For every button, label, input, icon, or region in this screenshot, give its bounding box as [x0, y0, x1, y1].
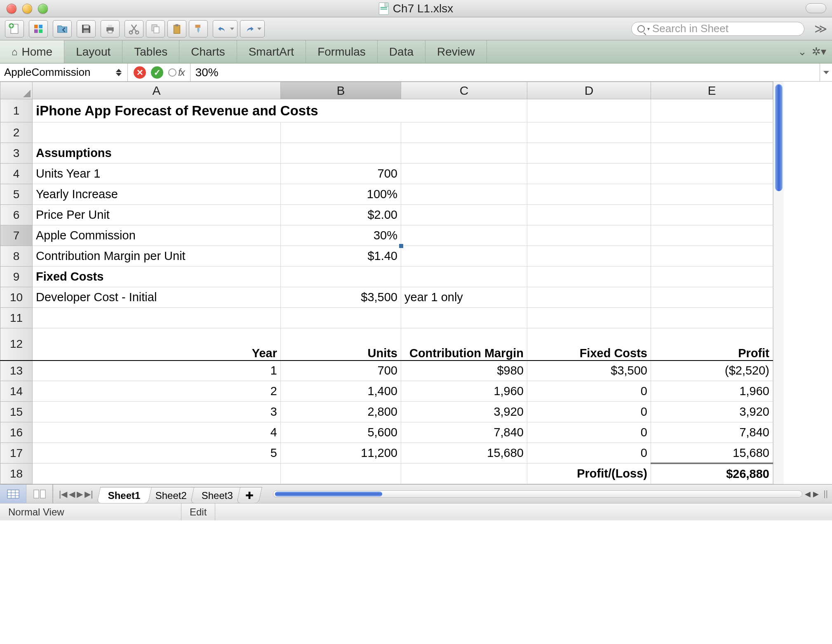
cancel-formula-button[interactable]: ✕: [134, 66, 146, 79]
cell-B17[interactable]: 11,200: [281, 443, 401, 464]
cell-A9[interactable]: Fixed Costs: [33, 267, 281, 287]
insert-function-button[interactable]: fx: [168, 67, 184, 78]
cell-A16[interactable]: 4: [33, 422, 281, 443]
cell-C10[interactable]: year 1 only: [401, 287, 527, 308]
redo-button[interactable]: [240, 20, 265, 37]
toolbar-toggle-button[interactable]: [806, 3, 826, 13]
cell-C4[interactable]: [401, 164, 527, 184]
cell-D4[interactable]: [527, 164, 651, 184]
cell-B16[interactable]: 5,600: [281, 422, 401, 443]
column-header-E[interactable]: E: [651, 82, 773, 99]
row-header-12[interactable]: 12: [0, 328, 33, 361]
horizontal-scroll-thumb[interactable]: [275, 492, 382, 496]
formula-bar-expand[interactable]: [820, 63, 832, 81]
cell-C5[interactable]: [401, 184, 527, 205]
cell-D16[interactable]: 0: [527, 422, 651, 443]
row-header-6[interactable]: 6: [0, 205, 33, 225]
column-header-D[interactable]: D: [527, 82, 651, 99]
row-header-10[interactable]: 10: [0, 287, 33, 308]
tab-home[interactable]: ⌂Home: [0, 40, 64, 63]
cell-B6[interactable]: $2.00: [281, 205, 401, 225]
cell-E3[interactable]: [651, 143, 773, 164]
cell-E9[interactable]: [651, 267, 773, 287]
cell-C17[interactable]: 15,680: [401, 443, 527, 464]
cell-A11[interactable]: [33, 308, 281, 328]
cell-E16[interactable]: 7,840: [651, 422, 773, 443]
print-button[interactable]: [101, 20, 120, 37]
column-header-A[interactable]: A: [33, 82, 281, 99]
cell-D10[interactable]: [527, 287, 651, 308]
cell-B10[interactable]: $3,500: [281, 287, 401, 308]
cell-D2[interactable]: [527, 122, 651, 143]
cell-A13[interactable]: 1: [33, 361, 281, 381]
cell-D1[interactable]: [527, 99, 651, 122]
tab-review[interactable]: Review: [425, 40, 487, 63]
cell-B3[interactable]: [281, 143, 401, 164]
cell-E7[interactable]: [651, 225, 773, 246]
cell-E12[interactable]: Profit: [651, 328, 773, 361]
cell-E18[interactable]: $26,880: [651, 464, 773, 484]
row-header-8[interactable]: 8: [0, 246, 33, 267]
tab-formulas[interactable]: Formulas: [306, 40, 378, 63]
sheet-tab-1[interactable]: Sheet1: [97, 487, 152, 503]
cell-E5[interactable]: [651, 184, 773, 205]
accept-formula-button[interactable]: ✓: [151, 66, 163, 79]
sheet-nav-last[interactable]: ▶|: [85, 489, 93, 499]
cell-D15[interactable]: 0: [527, 402, 651, 422]
cell-D17[interactable]: 0: [527, 443, 651, 464]
cell-D6[interactable]: [527, 205, 651, 225]
row-header-13[interactable]: 13: [0, 361, 33, 381]
cell-B9[interactable]: [281, 267, 401, 287]
cell-E6[interactable]: [651, 205, 773, 225]
cell-C3[interactable]: [401, 143, 527, 164]
zoom-window-button[interactable]: [38, 4, 48, 14]
save-button[interactable]: [77, 20, 96, 37]
cell-B13[interactable]: 700: [281, 361, 401, 381]
split-handle[interactable]: ||: [824, 489, 828, 499]
row-header-7[interactable]: 7: [0, 225, 33, 246]
cell-A5[interactable]: Yearly Increase: [33, 184, 281, 205]
sheet-nav-first[interactable]: |◀: [59, 489, 67, 499]
cell-E2[interactable]: [651, 122, 773, 143]
cell-A14[interactable]: 2: [33, 381, 281, 402]
toolbar-overflow-icon[interactable]: ≫: [814, 21, 827, 36]
cell-B18[interactable]: [281, 464, 401, 484]
row-header-4[interactable]: 4: [0, 164, 33, 184]
cell-E8[interactable]: [651, 246, 773, 267]
row-header-2[interactable]: 2: [0, 122, 33, 143]
cell-A15[interactable]: 3: [33, 402, 281, 422]
cell-C16[interactable]: 7,840: [401, 422, 527, 443]
cell-E10[interactable]: [651, 287, 773, 308]
cell-A12[interactable]: Year: [33, 328, 281, 361]
vertical-scroll-thumb[interactable]: [775, 84, 783, 191]
spreadsheet-grid[interactable]: ABCDE1iPhone App Forecast of Revenue and…: [0, 82, 773, 484]
cell-E4[interactable]: [651, 164, 773, 184]
cell-B4[interactable]: 700: [281, 164, 401, 184]
cell-C15[interactable]: 3,920: [401, 402, 527, 422]
open-button[interactable]: [53, 20, 72, 37]
row-header-1[interactable]: 1: [0, 99, 33, 122]
cell-C14[interactable]: 1,960: [401, 381, 527, 402]
cell-A6[interactable]: Price Per Unit: [33, 205, 281, 225]
row-header-16[interactable]: 16: [0, 422, 33, 443]
cell-C9[interactable]: [401, 267, 527, 287]
ribbon-settings-icon[interactable]: ✲▾: [812, 45, 826, 58]
page-layout-view-button[interactable]: [26, 485, 53, 503]
tab-smartart[interactable]: SmartArt: [237, 40, 306, 63]
cell-E11[interactable]: [651, 308, 773, 328]
row-header-3[interactable]: 3: [0, 143, 33, 164]
name-box[interactable]: AppleCommission: [0, 63, 128, 81]
cell-B11[interactable]: [281, 308, 401, 328]
cell-A10[interactable]: Developer Cost - Initial: [33, 287, 281, 308]
cell-C12[interactable]: Contribution Margin: [401, 328, 527, 361]
normal-view-button[interactable]: [0, 485, 26, 503]
cell-D11[interactable]: [527, 308, 651, 328]
cell-A4[interactable]: Units Year 1: [33, 164, 281, 184]
horizontal-scrollbar[interactable]: ◀ ▶ ||: [273, 489, 832, 499]
templates-button[interactable]: [29, 20, 48, 37]
cell-B7[interactable]: 30%: [281, 225, 401, 246]
tab-charts[interactable]: Charts: [179, 40, 237, 63]
close-window-button[interactable]: [7, 4, 16, 14]
search-box[interactable]: ▾ Search in Sheet: [631, 22, 804, 36]
cell-D14[interactable]: 0: [527, 381, 651, 402]
